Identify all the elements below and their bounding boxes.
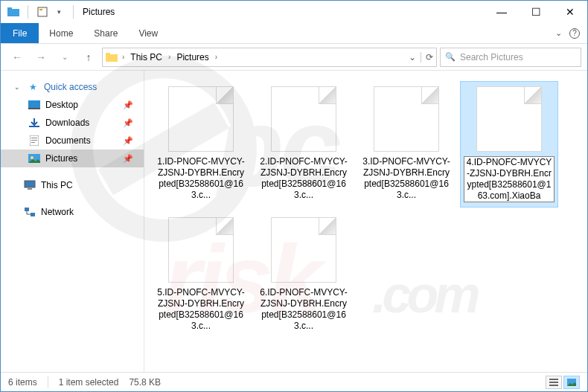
sidebar-item-pictures[interactable]: Pictures 📌 xyxy=(1,150,144,167)
titlebar[interactable]: ▾ Pictures — ☐ ✕ xyxy=(1,1,587,23)
file-item[interactable]: 3.ID-PNOFC-MVYCY-ZJSNJ-DYBRH.Encrypted[B… xyxy=(357,81,456,208)
svg-rect-0 xyxy=(7,9,19,16)
refresh-button[interactable]: ⟳ xyxy=(421,52,433,62)
properties-icon[interactable] xyxy=(36,5,49,19)
breadcrumb-segment-thispc[interactable]: This PC xyxy=(127,52,165,62)
sidebar-item-network[interactable]: Network xyxy=(1,203,144,221)
status-item-count: 6 items xyxy=(8,377,37,388)
sidebar-item-label: Desktop xyxy=(45,100,78,110)
window-title: Pictures xyxy=(83,7,115,17)
tab-home[interactable]: Home xyxy=(39,23,83,43)
sidebar-quick-access[interactable]: ⌄ ★ Quick access xyxy=(1,78,144,96)
quick-access-toolbar: ▾ xyxy=(7,5,78,19)
breadcrumb[interactable]: › This PC › Pictures › ⌄ ⟳ xyxy=(102,48,437,67)
file-item[interactable]: 5.ID-PNOFC-MVYCY-ZJSNJ-DYBRH.Encrypted[B… xyxy=(152,212,250,338)
file-item[interactable]: 4.ID-PNOFC-MVYCY-ZJSNJ-DYBRH.Encrypted[B… xyxy=(460,81,558,208)
breadcrumb-dropdown-icon[interactable]: ⌄ xyxy=(409,52,416,62)
file-item[interactable]: 6.ID-PNOFC-MVYCY-ZJSNJ-DYBRH.Encrypted[B… xyxy=(255,212,353,338)
desktop-icon xyxy=(28,100,41,109)
sidebar-item-label: This PC xyxy=(41,180,73,190)
app-icon xyxy=(7,5,20,19)
svg-rect-12 xyxy=(31,142,35,143)
pin-icon: 📌 xyxy=(123,154,133,164)
svg-point-14 xyxy=(31,156,33,159)
separator xyxy=(28,5,28,19)
chevron-down-icon: ⌄ xyxy=(555,28,562,38)
explorer-window: ▾ Pictures — ☐ ✕ File Home Share View ⌄ … xyxy=(0,0,588,392)
svg-rect-8 xyxy=(29,126,39,127)
file-label: 4.ID-PNOFC-MVYCY-ZJSNJ-DYBRH.Encrypted[B… xyxy=(464,156,555,202)
sidebar-item-label: Documents xyxy=(45,135,91,146)
status-bar: 6 items 1 item selected 75.8 KB xyxy=(1,372,587,391)
chevron-right-icon[interactable]: › xyxy=(214,53,219,61)
svg-rect-18 xyxy=(31,213,35,216)
forward-button[interactable]: → xyxy=(31,47,51,68)
file-item[interactable]: 1.ID-PNOFC-MVYCY-ZJSNJ-DYBRH.Encrypted[B… xyxy=(152,81,250,208)
sidebar-item-thispc[interactable]: This PC xyxy=(1,176,144,194)
sidebar-item-label: Pictures xyxy=(45,153,77,164)
search-input[interactable]: 🔍 Search Pictures xyxy=(440,48,581,67)
close-button[interactable]: ✕ xyxy=(553,1,587,23)
address-bar: ← → ⌄ ↑ › This PC › Pictures › ⌄ ⟳ 🔍 Sea… xyxy=(1,44,587,71)
file-item[interactable]: 2.ID-PNOFC-MVYCY-ZJSNJ-DYBRH.Encrypted[B… xyxy=(255,81,353,208)
qat-dropdown-icon[interactable]: ▾ xyxy=(52,5,65,19)
documents-icon xyxy=(28,135,41,146)
sidebar-item-label: Downloads xyxy=(45,118,89,128)
up-button[interactable]: ↑ xyxy=(78,47,99,68)
file-icon xyxy=(271,86,336,152)
svg-rect-2 xyxy=(38,7,47,16)
star-icon: ★ xyxy=(26,82,39,92)
maximize-button[interactable]: ☐ xyxy=(519,1,553,23)
separator xyxy=(73,5,74,19)
sidebar-item-downloads[interactable]: Downloads 📌 xyxy=(1,114,144,132)
tab-view[interactable]: View xyxy=(128,23,168,43)
file-label: 6.ID-PNOFC-MVYCY-ZJSNJ-DYBRH.Encrypted[B… xyxy=(258,287,349,332)
thumbnails-view-button[interactable] xyxy=(563,376,580,389)
sidebar-item-desktop[interactable]: Desktop 📌 xyxy=(1,96,144,114)
sidebar-item-documents[interactable]: Documents 📌 xyxy=(1,132,144,150)
chevron-right-icon[interactable]: › xyxy=(167,53,172,61)
svg-rect-4 xyxy=(106,54,118,62)
file-icon xyxy=(271,217,336,283)
ribbon-tabs: File Home Share View ⌄ ? xyxy=(1,23,587,44)
pin-icon: 📌 xyxy=(123,118,133,128)
details-view-button[interactable] xyxy=(546,376,562,389)
tab-share[interactable]: Share xyxy=(83,23,128,43)
computer-icon xyxy=(23,180,36,190)
file-icon xyxy=(476,86,542,152)
help-icon[interactable]: ? xyxy=(569,28,580,39)
pin-icon: 📌 xyxy=(123,136,133,146)
svg-rect-5 xyxy=(106,53,110,55)
svg-rect-11 xyxy=(31,140,37,141)
body: ⌄ ★ Quick access Desktop 📌 Downloads 📌 D… xyxy=(1,71,587,372)
svg-rect-20 xyxy=(549,382,558,383)
svg-rect-21 xyxy=(549,385,558,386)
navigation-pane: ⌄ ★ Quick access Desktop 📌 Downloads 📌 D… xyxy=(1,71,144,372)
pictures-icon xyxy=(28,154,41,163)
status-selection: 1 item selected xyxy=(59,377,119,388)
breadcrumb-segment-pictures[interactable]: Pictures xyxy=(173,52,211,62)
svg-rect-17 xyxy=(25,208,29,211)
network-icon xyxy=(23,207,36,217)
file-icon xyxy=(168,217,234,283)
svg-rect-6 xyxy=(28,100,40,108)
file-label: 5.ID-PNOFC-MVYCY-ZJSNJ-DYBRH.Encrypted[B… xyxy=(156,287,246,332)
downloads-icon xyxy=(28,118,41,128)
file-label: 2.ID-PNOFC-MVYCY-ZJSNJ-DYBRH.Encrypted[B… xyxy=(258,156,349,201)
file-icon xyxy=(374,86,439,152)
minimize-button[interactable]: — xyxy=(485,1,519,23)
file-tab[interactable]: File xyxy=(1,23,39,43)
ribbon-collapse-button[interactable]: ⌄ ? xyxy=(548,23,587,43)
separator xyxy=(48,376,48,388)
search-icon: 🔍 xyxy=(445,52,456,62)
pin-icon: 📌 xyxy=(123,100,133,110)
file-list[interactable]: 1.ID-PNOFC-MVYCY-ZJSNJ-DYBRH.Encrypted[B… xyxy=(144,71,587,372)
expand-icon[interactable]: ⌄ xyxy=(14,83,20,91)
file-label: 3.ID-PNOFC-MVYCY-ZJSNJ-DYBRH.Encrypted[B… xyxy=(361,156,452,201)
chevron-right-icon[interactable]: › xyxy=(121,53,126,61)
back-button[interactable]: ← xyxy=(7,47,28,68)
search-placeholder: Search Pictures xyxy=(460,52,523,62)
recent-locations-button[interactable]: ⌄ xyxy=(54,47,75,68)
svg-rect-3 xyxy=(39,9,42,10)
svg-rect-19 xyxy=(549,379,558,380)
